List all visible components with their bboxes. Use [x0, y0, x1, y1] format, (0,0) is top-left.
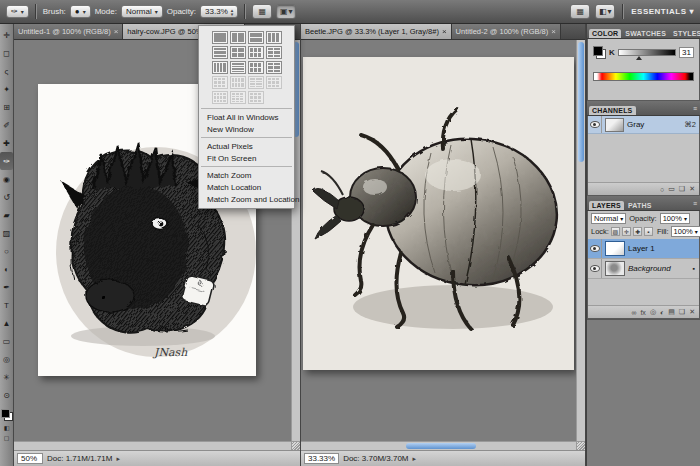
layout-1x4-button[interactable] — [230, 61, 246, 74]
layout-2x2-button[interactable] — [230, 46, 246, 59]
eyedropper-tool[interactable]: ✐ — [0, 116, 13, 134]
hand-tool[interactable]: ✳ — [0, 368, 13, 386]
close-icon[interactable]: × — [442, 27, 447, 36]
layout-2x3-button[interactable] — [266, 61, 282, 74]
foreground-color-swatch[interactable] — [1, 409, 10, 418]
lock-pixels-icon[interactable]: ✛ — [622, 227, 631, 236]
tab-styles[interactable]: STYLES — [670, 29, 700, 38]
link-layers-button[interactable]: ∞ — [631, 309, 636, 316]
dodge-tool[interactable]: ◐ — [0, 260, 13, 278]
layer-blend-mode-select[interactable]: Normal ▾ — [591, 213, 626, 224]
layer-opacity-field[interactable]: 100% ▾ — [660, 213, 690, 224]
arrange-documents-button[interactable]: ▣ ▾ — [276, 4, 296, 19]
tab-untitled-2[interactable]: Untitled-2 @ 100% (RGB/8) × — [452, 24, 561, 39]
layout-2x1-button[interactable] — [230, 31, 246, 44]
menu-item-new-window[interactable]: New Window — [199, 123, 294, 135]
color-spectrum-ramp[interactable] — [593, 72, 694, 81]
menu-item-match-zoom[interactable]: Match Zoom — [199, 169, 294, 181]
layout-1x2-button[interactable] — [248, 31, 264, 44]
layer-row-layer-1[interactable]: Layer 1 — [588, 239, 699, 259]
lock-all-icon[interactable]: ▪ — [644, 227, 653, 236]
right-vertical-scrollbar[interactable] — [576, 40, 585, 441]
tab-layers[interactable]: LAYERS — [589, 201, 624, 210]
pen-tool[interactable]: ✒ — [0, 278, 13, 296]
tab-color[interactable]: COLOR — [589, 29, 621, 38]
layout-3x1-button[interactable] — [266, 31, 282, 44]
history-brush-tool[interactable]: ↺ — [0, 188, 13, 206]
scrollbar-thumb[interactable] — [406, 443, 476, 449]
stepper-arrows-icon[interactable]: ▴▾ — [231, 8, 234, 16]
save-selection-as-channel-button[interactable]: ▭ — [668, 185, 675, 193]
right-horizontal-scrollbar[interactable] — [301, 441, 576, 450]
view-extras-button[interactable]: ▦ — [252, 4, 272, 19]
k-value-field[interactable]: 31 — [679, 47, 694, 58]
shape-tool[interactable]: ▭ — [0, 332, 13, 350]
screen-mode-cycle-button[interactable]: ▢ — [4, 434, 10, 441]
visibility-toggle[interactable] — [588, 259, 602, 278]
move-tool[interactable]: ✛ — [0, 26, 13, 44]
layout-1x3-button[interactable] — [212, 46, 228, 59]
layer-group-button[interactable]: ▤ — [668, 308, 675, 316]
panel-menu-icon[interactable]: ≡ — [693, 200, 698, 207]
status-menu-arrow-icon[interactable]: ▸ — [413, 455, 417, 463]
adjustment-layer-button[interactable]: ◐ — [660, 309, 664, 316]
brush-tool[interactable]: ✑ — [0, 152, 13, 170]
layout-3x2-button[interactable] — [248, 46, 264, 59]
layout-4x1-button[interactable] — [212, 61, 228, 74]
right-canvas-area[interactable]: 33.33% Doc: 3.70M/3.70M ▸ — [301, 40, 585, 466]
add-layer-mask-button[interactable]: ◎ — [650, 308, 656, 316]
rotate-view-tool[interactable]: ◎ — [0, 350, 13, 368]
zoom-level-field[interactable]: 50% — [17, 453, 43, 464]
menu-item-match-location[interactable]: Match Location — [199, 181, 294, 193]
view-extras-button-2[interactable]: ▦ — [570, 4, 590, 19]
delete-channel-button[interactable]: ✕ — [689, 185, 695, 193]
layer-fill-field[interactable]: 100% ▾ — [671, 226, 700, 237]
blur-tool[interactable]: ○ — [0, 242, 13, 260]
tab-swatches[interactable]: SWATCHES — [622, 29, 669, 38]
close-icon[interactable]: × — [551, 27, 556, 36]
resize-grip[interactable] — [576, 441, 585, 450]
menu-item-float-all-in-windows[interactable]: Float All in Windows — [199, 111, 294, 123]
quick-mask-button[interactable]: ◧ — [4, 424, 10, 431]
workspace-switcher[interactable]: ESSENTIALS ▾ — [631, 7, 694, 16]
marquee-tool[interactable]: ◻ — [0, 44, 13, 62]
menu-item-match-zoom-and-location[interactable]: Match Zoom and Location — [199, 193, 294, 205]
blend-mode-select[interactable]: Normal ▾ — [121, 5, 163, 18]
screen-mode-button[interactable]: ◧ ▾ — [595, 4, 615, 19]
slider-thumb-icon[interactable] — [636, 56, 642, 60]
gradient-tool[interactable]: ▨ — [0, 224, 13, 242]
zoom-level-field[interactable]: 33.33% — [304, 453, 339, 464]
delete-layer-button[interactable]: ✕ — [689, 308, 695, 316]
zoom-tool[interactable]: ⊙ — [0, 386, 13, 404]
new-layer-button[interactable]: ❏ — [679, 308, 685, 316]
left-horizontal-scrollbar[interactable] — [14, 441, 291, 450]
quick-selection-tool[interactable]: ✦ — [0, 80, 13, 98]
status-menu-arrow-icon[interactable]: ▸ — [116, 455, 120, 463]
channel-row-gray[interactable]: Gray ⌘2 — [588, 116, 699, 134]
layout-1x1-button[interactable] — [212, 31, 228, 44]
layer-row-background[interactable]: Background ▪ — [588, 259, 699, 279]
type-tool[interactable]: T — [0, 296, 13, 314]
layout-3x2-button[interactable] — [248, 61, 264, 74]
tool-preset-picker[interactable]: ✑ ▾ — [6, 5, 29, 18]
tab-untitled-1[interactable]: Untitled-1 @ 100% (RGB/8) × — [14, 24, 123, 39]
tab-channels[interactable]: CHANNELS — [589, 106, 636, 115]
beetle-canvas[interactable] — [303, 57, 574, 370]
path-selection-tool[interactable]: ▲ — [0, 314, 13, 332]
tab-beetle[interactable]: Beetle.JPG @ 33.3% (Layer 1, Gray/8#) × — [301, 24, 452, 39]
tab-paths[interactable]: PATHS — [625, 201, 655, 210]
opacity-stepper[interactable]: 33.3% ▴▾ — [200, 5, 238, 18]
foreground-swatch[interactable] — [593, 46, 603, 56]
resize-grip[interactable] — [291, 441, 300, 450]
lock-transparency-icon[interactable]: ▨ — [611, 227, 620, 236]
new-channel-button[interactable]: ❏ — [679, 185, 685, 193]
visibility-toggle[interactable] — [588, 116, 602, 133]
lock-position-icon[interactable]: ✚ — [633, 227, 642, 236]
layer-style-button[interactable]: fx — [640, 309, 645, 316]
clone-stamp-tool[interactable]: ◉ — [0, 170, 13, 188]
brush-preset-picker[interactable]: ● ▾ — [70, 5, 91, 18]
visibility-toggle[interactable] — [588, 239, 602, 258]
lasso-tool[interactable]: ς — [0, 62, 13, 80]
k-slider[interactable] — [618, 49, 676, 56]
load-channel-selection-button[interactable]: ○ — [660, 186, 664, 193]
